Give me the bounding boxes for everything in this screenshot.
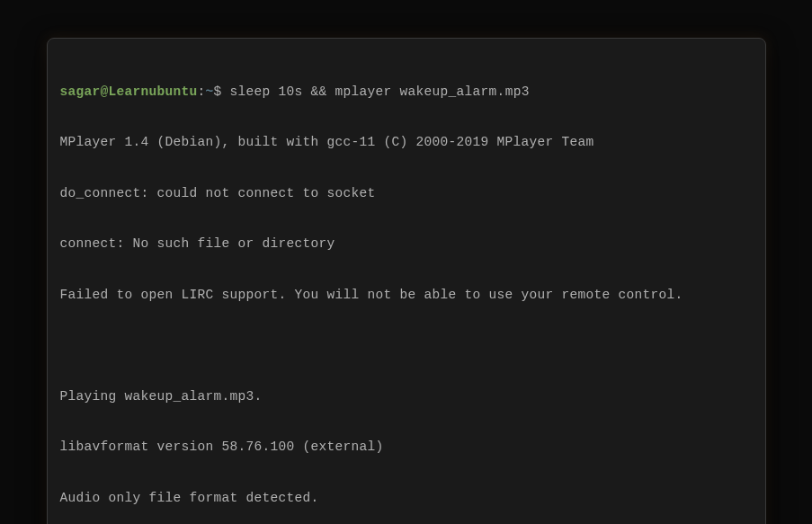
terminal-window[interactable]: sagar@Learnubuntu:~$ sleep 10s && mplaye… (47, 38, 766, 524)
blank-line (60, 337, 753, 354)
prompt-symbol: $ (214, 84, 230, 99)
output-line: connect: No such file or directory (60, 235, 753, 253)
prompt-colon: : (198, 84, 206, 99)
output-line: libavformat version 58.76.100 (external) (60, 439, 753, 456)
prompt-line-1: sagar@Learnubuntu:~$ sleep 10s && mplaye… (60, 84, 753, 101)
output-line: do_connect: could not connect to socket (60, 185, 753, 202)
command-1: sleep 10s && mplayer wakeup_alarm.mp3 (230, 84, 530, 99)
output-line: MPlayer 1.4 (Debian), built with gcc-11 … (60, 134, 753, 151)
prompt-user-host: sagar@Learnubuntu (60, 84, 198, 99)
terminal-content: sagar@Learnubuntu:~$ sleep 10s && mplaye… (60, 49, 753, 524)
output-line: Failed to open LIRC support. You will no… (60, 287, 753, 304)
prompt-path: ~ (206, 84, 214, 99)
output-line: Playing wakeup_alarm.mp3. (60, 388, 753, 405)
output-line: Audio only file format detected. (60, 490, 753, 507)
